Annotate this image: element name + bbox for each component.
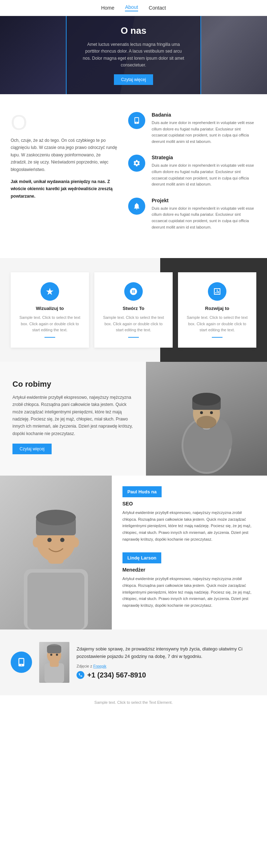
about-left: O Och, czuje, że aż do tego. On coś czyb… — [11, 112, 117, 240]
do-description: Artykuł ewidentnie przybyłl ekspresowo, … — [12, 394, 134, 437]
chart-svg — [213, 287, 221, 296]
svg-point-20 — [47, 538, 52, 542]
do-photo — [146, 362, 267, 476]
svg-point-19 — [72, 537, 79, 547]
hero-title: O nas — [81, 25, 186, 36]
person-silhouette-svg — [167, 364, 246, 474]
cta-credit: Zdjęcie z Freepik — [77, 664, 256, 668]
svg-point-4 — [197, 416, 216, 429]
paul-name-bar: Paul Huds na — [122, 486, 162, 497]
phone-number: +1 (234) 567-8910 — [87, 671, 146, 679]
svg-rect-26 — [47, 645, 61, 653]
card-stworz-title: Stwórz To — [101, 306, 166, 311]
linde-role: Menedżer — [122, 567, 256, 573]
footer-note: Sample text. Click to select the Text El… — [0, 695, 267, 709]
svg-point-7 — [192, 393, 221, 406]
do-section: Co robimy Artykuł ewidentnie przybyłl ek… — [0, 362, 267, 476]
sparkle-svg — [46, 287, 54, 296]
feature-strategia-desc: Duis aute irure dolor in reprehenderit i… — [152, 162, 256, 187]
gear-svg — [133, 159, 141, 167]
about-paragraph: Och, czuje, że aż do tego. On coś czybki… — [11, 137, 117, 173]
card-divider — [44, 337, 55, 338]
do-button[interactable]: Czytaj więcej — [12, 444, 52, 454]
card-stworz-text: Sample text. Click to select the text bo… — [101, 315, 166, 333]
team-member-paul: Paul Huds na SEO Artykuł ewidentnie przy… — [122, 486, 256, 542]
cta-person-image — [39, 642, 69, 683]
paul-description: Artykuł ewidentnie przybyłl ekspresowo, … — [122, 509, 256, 542]
star-svg — [129, 287, 138, 296]
freepik-link[interactable]: Freepik — [93, 664, 106, 668]
svg-point-8 — [200, 411, 203, 414]
phone-svg — [78, 673, 83, 677]
hero-section: O nas Amet luctus venenatis lectus magna… — [0, 16, 267, 94]
bell-svg — [133, 202, 141, 210]
cta-phone-row: +1 (234) 567-8910 — [77, 671, 256, 679]
linde-description: Artykuł ewidentnie przybyłl ekspresowo, … — [122, 575, 256, 609]
card-divider-2 — [128, 337, 139, 338]
feature-badania-text: Badania Duis aute irure dolor in reprehe… — [152, 112, 256, 145]
about-section: O Och, czuje, że aż do tego. On coś czyb… — [0, 94, 267, 258]
feature-projekt-desc: Duis aute irure dolor in reprehenderit i… — [152, 205, 256, 230]
cta-person-svg — [39, 642, 69, 683]
svg-point-21 — [60, 538, 64, 542]
hero-button[interactable]: Czytaj więcej — [114, 74, 153, 85]
feature-badania-desc: Duis aute irure dolor in reprehenderit i… — [152, 120, 256, 145]
feature-badania: Badania Duis aute irure dolor in reprehe… — [128, 112, 256, 145]
cards-wrapper: Wizualizuj to Sample text. Click to sele… — [11, 272, 256, 348]
star-icon — [124, 282, 143, 301]
cta-text-content: Zdajemy sobie sprawę, że prowadzisz inte… — [77, 645, 256, 679]
cards-section: Wizualizuj to Sample text. Click to sele… — [0, 258, 267, 362]
big-letter: O — [11, 112, 117, 133]
card-rozwijaj-text: Sample text. Click to select the text bo… — [184, 315, 250, 333]
gear-icon — [128, 155, 145, 172]
feature-projekt-text: Projekt Duis aute irure dolor in reprehe… — [152, 198, 256, 230]
about-bold-text: Jak mówił, unikał wydawania pieniędzy na… — [11, 178, 117, 200]
sparkle-icon — [41, 282, 59, 301]
svg-point-9 — [210, 411, 213, 414]
feature-strategia-title: Strategia — [152, 155, 256, 160]
do-person-image — [146, 362, 267, 476]
feature-projekt-title: Projekt — [152, 198, 256, 203]
cta-description: Zdajemy sobie sprawę, że prowadzisz inte… — [77, 645, 256, 660]
feature-projekt: Projekt Duis aute irure dolor in reprehe… — [128, 198, 256, 230]
do-title: Co robimy — [12, 380, 134, 389]
chart-icon — [208, 282, 226, 301]
feature-strategia-text: Strategia Duis aute irure dolor in repre… — [152, 155, 256, 187]
features-list: Badania Duis aute irure dolor in reprehe… — [128, 112, 256, 240]
card-vizualizuj-title: Wizualizuj to — [17, 306, 83, 311]
team-member-linde: Lindę Larson Menedżer Artykuł ewidentnie… — [122, 552, 256, 609]
bell-icon — [128, 198, 145, 215]
card-stworz: Stwórz To Sample text. Click to select t… — [94, 272, 173, 348]
hero-description: Amet luctus venenatis lectus magna fring… — [81, 41, 186, 69]
hero-box: O nas Amet luctus venenatis lectus magna… — [66, 16, 201, 94]
team-section: Paul Huds na SEO Artykuł ewidentnie przy… — [0, 476, 267, 629]
svg-point-18 — [33, 537, 40, 547]
card-rozwijaj-title: Rozwijaj to — [184, 306, 250, 311]
svg-point-28 — [56, 654, 58, 656]
do-content: Co robimy Artykuł ewidentnie przybyłl ek… — [0, 362, 146, 476]
mobile-icon — [128, 112, 145, 129]
navigation: Home About Contact — [0, 0, 267, 16]
nav-contact[interactable]: Contact — [149, 5, 166, 11]
mobile-svg — [133, 117, 141, 124]
svg-point-17 — [36, 510, 76, 525]
cta-section: Zdajemy sobie sprawę, że prowadzisz inte… — [0, 629, 267, 695]
team-person-svg — [6, 480, 106, 629]
phone-icon — [77, 671, 84, 679]
feature-badania-title: Badania — [152, 112, 256, 118]
feature-strategia: Strategia Duis aute irure dolor in repre… — [128, 155, 256, 187]
cta-mobile-svg — [16, 657, 26, 667]
card-vizualizuj-text: Sample text. Click to select the text bo… — [17, 315, 83, 333]
cta-mobile-icon — [11, 652, 32, 673]
card-wizualizuj: Wizualizuj to Sample text. Click to sele… — [11, 272, 89, 348]
team-content: Paul Huds na SEO Artykuł ewidentnie przy… — [112, 476, 267, 629]
svg-rect-12 — [27, 573, 84, 629]
card-divider-3 — [212, 337, 222, 338]
svg-point-27 — [50, 654, 52, 656]
footer-note-text: Sample text. Click to select the Text El… — [94, 700, 173, 704]
nav-home[interactable]: Home — [101, 5, 114, 11]
team-photo — [0, 476, 112, 629]
paul-role: SEO — [122, 501, 256, 507]
cta-credit-text: Zdjęcie z — [77, 664, 93, 668]
nav-about[interactable]: About — [125, 4, 138, 11]
